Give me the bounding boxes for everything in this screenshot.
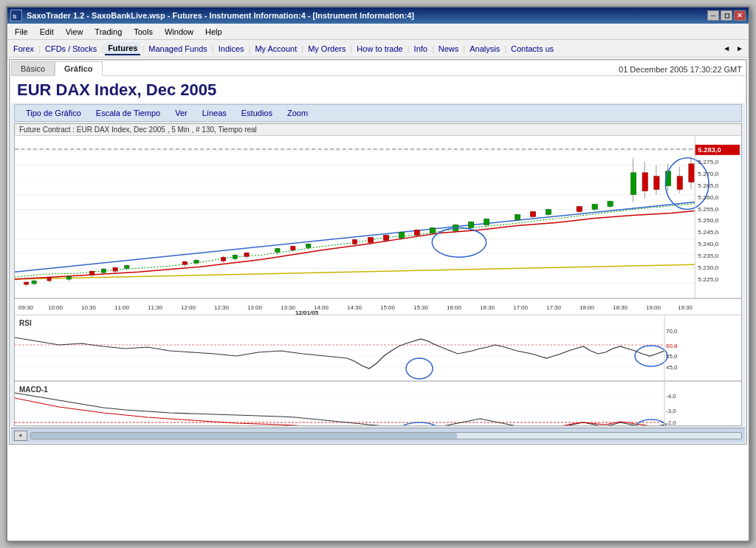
toolbar-ver[interactable]: Ver	[168, 106, 194, 120]
restore-button[interactable]: ◻	[721, 10, 732, 21]
svg-text:19:30: 19:30	[678, 304, 693, 311]
svg-rect-88	[689, 164, 694, 182]
svg-text:16:30: 16:30	[480, 304, 495, 311]
svg-rect-62	[468, 222, 473, 227]
svg-text:17:30: 17:30	[546, 304, 562, 311]
svg-text:18:00: 18:00	[580, 304, 595, 311]
nav-indices[interactable]: Indices	[216, 43, 247, 55]
svg-text:11:30: 11:30	[148, 304, 163, 311]
svg-text:-3,0: -3,0	[666, 408, 676, 414]
svg-rect-82	[654, 177, 659, 190]
toolbar-tipo-grafico[interactable]: Tipo de Gráfico	[19, 106, 88, 120]
svg-text:5.283,0: 5.283,0	[698, 146, 721, 154]
title-bar-controls: ─ ◻ ✕	[707, 10, 746, 21]
tab-basico[interactable]: Básico	[11, 61, 55, 75]
svg-rect-30	[125, 265, 129, 268]
svg-rect-86	[677, 177, 682, 190]
svg-rect-26	[101, 269, 106, 273]
nav-how-to-trade[interactable]: How to trade	[354, 43, 405, 55]
chart-scrollbar[interactable]	[30, 432, 742, 439]
nav-info[interactable]: Info	[411, 43, 430, 55]
menu-edit[interactable]: Edit	[34, 26, 60, 38]
date-time: 01 December 2005 17:30:22 GMT	[616, 64, 745, 75]
nav-my-orders[interactable]: My Orders	[305, 43, 348, 55]
svg-text:5.225,0: 5.225,0	[698, 276, 718, 283]
svg-text:09:30: 09:30	[18, 304, 34, 311]
svg-text:5.255,0: 5.255,0	[698, 206, 718, 213]
svg-text:S: S	[13, 13, 17, 20]
svg-rect-28	[113, 267, 117, 271]
svg-rect-74	[592, 205, 597, 210]
toolbar-zoom[interactable]: Zoom	[281, 106, 315, 120]
nav-contacts[interactable]: Contacts us	[508, 43, 557, 55]
toolbar-escala-tiempo[interactable]: Escala de Tiempo	[89, 106, 167, 120]
chart-info-bar: Future Contract : EUR DAX Index, Dec 200…	[15, 124, 741, 136]
svg-text:14:30: 14:30	[347, 304, 362, 311]
svg-rect-72	[577, 207, 582, 212]
svg-text:55,0: 55,0	[666, 353, 678, 360]
svg-text:5.250,0: 5.250,0	[698, 218, 718, 225]
nav-my-account[interactable]: My Account	[252, 43, 300, 55]
title-bar-left: S SaxoTrader 1.2 - SaxoBankLive.wsp - Fu…	[10, 10, 414, 21]
macd-chart: MACD-1	[15, 381, 741, 426]
close-button[interactable]: ✕	[734, 10, 746, 21]
svg-text:-2,0: -2,0	[666, 419, 676, 426]
nav-futures[interactable]: Futures	[105, 42, 140, 55]
toolbar-estudios[interactable]: Estudios	[235, 106, 279, 120]
svg-text:5.275,0: 5.275,0	[698, 159, 718, 165]
minimize-button[interactable]: ─	[707, 10, 719, 21]
nav-cfds[interactable]: CFDs / Stocks	[42, 43, 100, 55]
menu-bar: File Edit View Trading Tools Window Help	[7, 24, 749, 40]
svg-text:5.230,0: 5.230,0	[698, 264, 718, 271]
svg-rect-76	[608, 202, 613, 207]
svg-rect-44	[291, 246, 295, 250]
svg-text:5.265,0: 5.265,0	[698, 182, 718, 189]
svg-rect-22	[66, 276, 71, 279]
svg-text:18:30: 18:30	[613, 304, 628, 311]
svg-rect-80	[642, 173, 647, 191]
nav-forex[interactable]: Forex	[10, 43, 37, 55]
svg-point-132	[406, 358, 433, 379]
svg-text:70,0: 70,0	[666, 328, 678, 335]
nav-right-arrow[interactable]: ►	[734, 44, 746, 52]
menu-tools[interactable]: Tools	[128, 26, 159, 38]
svg-rect-70	[546, 210, 551, 215]
menu-trading[interactable]: Trading	[89, 26, 128, 38]
svg-text:5.260,0: 5.260,0	[698, 194, 718, 201]
svg-text:10:00: 10:00	[48, 304, 63, 311]
menu-view[interactable]: View	[60, 26, 89, 38]
svg-rect-58	[430, 227, 435, 233]
nav-news[interactable]: News	[436, 43, 462, 55]
nav-analysis[interactable]: Analysis	[467, 43, 503, 55]
svg-text:5.245,0: 5.245,0	[698, 230, 718, 236]
nav-managed-funds[interactable]: Managed Funds	[145, 43, 210, 55]
svg-rect-48	[352, 239, 357, 244]
menu-window[interactable]: Window	[159, 26, 199, 38]
tab-grafico[interactable]: Gráfico	[55, 61, 103, 76]
rsi-chart: RSI 70,0	[15, 315, 741, 381]
svg-rect-68	[530, 212, 535, 217]
title-bar: S SaxoTrader 1.2 - SaxoBankLive.wsp - Fu…	[7, 7, 749, 24]
svg-rect-32	[182, 261, 187, 264]
svg-text:5.235,0: 5.235,0	[698, 253, 718, 259]
chart-toolbar: Tipo de Gráfico Escala de Tiempo Ver Lín…	[14, 104, 742, 122]
svg-rect-52	[383, 235, 388, 240]
svg-rect-38	[233, 255, 237, 258]
toolbar-lineas[interactable]: Líneas	[196, 106, 233, 120]
svg-text:-4,0: -4,0	[666, 393, 676, 400]
menu-help[interactable]: Help	[199, 26, 228, 38]
svg-rect-42	[275, 248, 280, 252]
chart-area: Future Contract : EUR DAX Index, Dec 200…	[14, 123, 742, 426]
menu-file[interactable]: File	[9, 26, 34, 38]
svg-rect-40	[244, 253, 249, 256]
svg-rect-36	[221, 257, 225, 261]
nav-left-arrow[interactable]: ◄	[721, 44, 732, 52]
title-text: SaxoTrader 1.2 - SaxoBankLive.wsp - Futu…	[27, 11, 414, 20]
add-chart-button[interactable]: +	[14, 431, 27, 441]
svg-rect-16	[24, 282, 29, 284]
svg-rect-50	[368, 237, 373, 242]
bottom-bar: +	[11, 428, 745, 442]
instrument-title: EUR DAX Index, Dec 2005	[11, 76, 745, 103]
svg-text:19:00: 19:00	[646, 304, 662, 311]
svg-text:17:00: 17:00	[513, 304, 529, 311]
